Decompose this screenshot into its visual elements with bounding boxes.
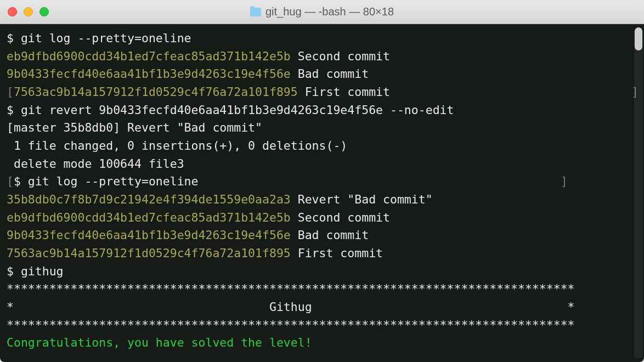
scrollbar-track[interactable] [634,27,643,359]
minimize-button[interactable] [24,7,33,16]
output-text: [master 35b8db0] Revert "Bad commit" [7,121,262,134]
traffic-lights [8,7,49,16]
prompt-line: $ git log --pretty=oneline [7,30,630,48]
bracket-close: ] [199,174,568,188]
banner-stars: ****************************************… [7,282,575,296]
commit-hash: eb9dfbd6900cdd34b1ed7cfeac85ad371b142e5b [7,211,291,224]
window-title-wrap: git_hug — -bash — 80×18 [250,5,394,18]
close-button[interactable] [8,7,17,16]
log-line: 9b0433fecfd40e6aa41bf1b3e9d4263c19e4f56e… [7,227,630,245]
prompt-text: $ git log --pretty=oneline [7,31,191,45]
output-line: delete mode 100644 file3 [7,155,630,173]
output-line: 1 file changed, 0 insertions(+), 0 delet… [7,137,630,155]
commit-msg: First commit [291,246,383,260]
log-line: eb9dfbd6900cdd34b1ed7cfeac85ad371b142e5b… [7,48,630,66]
prompt-line: $ git revert 9b0433fecfd40e6aa41bf1b3e9d… [7,101,630,120]
terminal-content: $ git log --pretty=oneline eb9dfbd6900cd… [7,30,642,352]
commit-msg: Revert "Bad commit" [291,193,433,206]
log-line: [7563ac9b14a157912f1d0529c4f76a72a101f89… [7,83,630,101]
banner-stars: ****************************************… [7,318,575,332]
terminal-body[interactable]: $ git log --pretty=oneline eb9dfbd6900cd… [0,24,644,362]
banner-line: ****************************************… [7,280,630,298]
prompt-text: $ githug [7,264,64,278]
bracket-close: ] [390,85,639,99]
log-line: eb9dfbd6900cdd34b1ed7cfeac85ad371b142e5b… [7,209,630,227]
commit-hash: 35b8db0c7f8b7d9c21942e4f394de1559e0aa2a3 [7,193,291,206]
terminal-window: git_hug — -bash — 80×18 $ git log --pret… [0,0,644,362]
commit-msg: First commit [298,85,390,99]
commit-msg: Bad commit [291,228,369,242]
commit-msg: Second commit [291,49,390,63]
banner-line: * Githug * [7,298,630,316]
bracket-open: [ [7,85,14,99]
prompt-text: $ git revert 9b0433fecfd40e6aa41bf1b3e9d… [7,103,454,117]
output-text: 1 file changed, 0 insertions(+), 0 delet… [7,139,347,152]
output-text: delete mode 100644 file3 [7,157,184,171]
commit-hash: 7563ac9b14a157912f1d0529c4f76a72a101f895 [7,246,291,260]
bracket-open: [ [7,174,14,188]
prompt-text: $ git log --pretty=oneline [14,174,199,188]
commit-hash: eb9dfbd6900cdd34b1ed7cfeac85ad371b142e5b [7,49,291,63]
window-title: git_hug — -bash — 80×18 [265,5,394,18]
banner-line: ****************************************… [7,316,630,335]
log-line: 9b0433fecfd40e6aa41bf1b3e9d4263c19e4f56e… [7,65,630,83]
commit-msg: Second commit [291,211,390,224]
titlebar[interactable]: git_hug — -bash — 80×18 [0,0,644,24]
output-line: [master 35b8db0] Revert "Bad commit" [7,119,630,137]
scrollbar-thumb[interactable] [635,27,642,50]
commit-msg: Bad commit [291,67,369,81]
commit-hash: 7563ac9b14a157912f1d0529c4f76a72a101f895 [14,85,298,99]
folder-icon [250,8,261,16]
prompt-line: [$ git log --pretty=oneline ] [7,173,630,191]
prompt-line: $ githug [7,263,630,281]
banner-mid: * Githug * [7,300,575,314]
commit-hash: 9b0433fecfd40e6aa41bf1b3e9d4263c19e4f56e [7,228,291,242]
log-line: 7563ac9b14a157912f1d0529c4f76a72a101f895… [7,245,630,263]
commit-hash: 9b0433fecfd40e6aa41bf1b3e9d4263c19e4f56e [7,67,291,81]
congrats-line: Congratulations, you have solved the lev… [7,334,630,352]
log-line: 35b8db0c7f8b7d9c21942e4f394de1559e0aa2a3… [7,191,630,209]
maximize-button[interactable] [39,7,49,16]
congrats-text: Congratulations, you have solved the lev… [7,336,312,349]
